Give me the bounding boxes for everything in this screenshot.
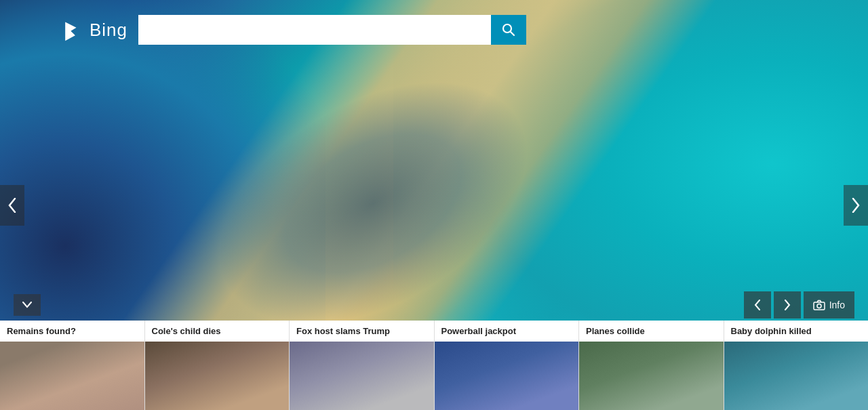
news-card-img-cole — [145, 342, 290, 410]
right-arrow-icon — [852, 198, 860, 213]
camera-icon — [813, 300, 825, 310]
header: Bing — [0, 0, 868, 45]
news-card-powerball[interactable]: Powerball jackpot — [435, 321, 580, 410]
news-card-dolphin[interactable]: Baby dolphin killed — [724, 321, 869, 410]
bing-logo: Bing — [60, 18, 127, 42]
news-card-title-planes: Planes collide — [579, 321, 724, 342]
scroll-left-arrow[interactable] — [0, 185, 24, 226]
news-strip: Remains found?Cole's child diesFox host … — [0, 321, 868, 410]
news-card-img-remains — [0, 342, 144, 410]
news-card-img-planes — [579, 342, 724, 410]
news-card-img-dolphin — [724, 342, 869, 410]
chevron-down-button[interactable] — [14, 294, 41, 316]
search-input[interactable] — [138, 15, 491, 45]
chevron-down-icon — [22, 302, 32, 308]
svg-point-3 — [817, 304, 821, 308]
prev-icon — [754, 300, 761, 310]
news-card-img-fox — [290, 342, 434, 410]
news-card-remains[interactable]: Remains found? — [0, 321, 145, 410]
bing-logo-text: Bing — [90, 20, 127, 41]
left-arrow-icon — [8, 198, 16, 213]
bing-b-icon — [60, 18, 84, 42]
news-card-title-remains: Remains found? — [0, 321, 144, 342]
search-container — [138, 15, 526, 45]
news-thumbnail-dolphin — [724, 342, 869, 410]
news-card-title-fox: Fox host slams Trump — [290, 321, 434, 342]
info-label: Info — [829, 300, 845, 310]
news-thumbnail-fox — [290, 342, 434, 410]
svg-rect-2 — [814, 302, 825, 310]
news-card-title-powerball: Powerball jackpot — [435, 321, 579, 342]
right-controls: Info — [744, 291, 854, 319]
news-thumbnail-remains — [0, 342, 144, 410]
news-thumbnail-cole — [145, 342, 290, 410]
news-card-planes[interactable]: Planes collide — [579, 321, 724, 410]
next-icon — [784, 300, 791, 310]
info-button[interactable]: Info — [804, 291, 854, 319]
news-thumbnail-powerball — [435, 342, 579, 410]
scroll-right-arrow[interactable] — [844, 185, 868, 226]
prev-image-button[interactable] — [744, 291, 771, 319]
search-icon — [502, 23, 515, 37]
news-card-title-cole: Cole's child dies — [145, 321, 290, 342]
news-card-title-dolphin: Baby dolphin killed — [724, 321, 869, 342]
svg-line-1 — [511, 32, 515, 36]
news-card-fox[interactable]: Fox host slams Trump — [290, 321, 435, 410]
news-thumbnail-planes — [579, 342, 724, 410]
next-image-button[interactable] — [774, 291, 801, 319]
news-card-img-powerball — [435, 342, 579, 410]
search-button[interactable] — [491, 15, 526, 45]
controls-row: Info — [0, 291, 868, 319]
news-card-cole[interactable]: Cole's child dies — [145, 321, 290, 410]
